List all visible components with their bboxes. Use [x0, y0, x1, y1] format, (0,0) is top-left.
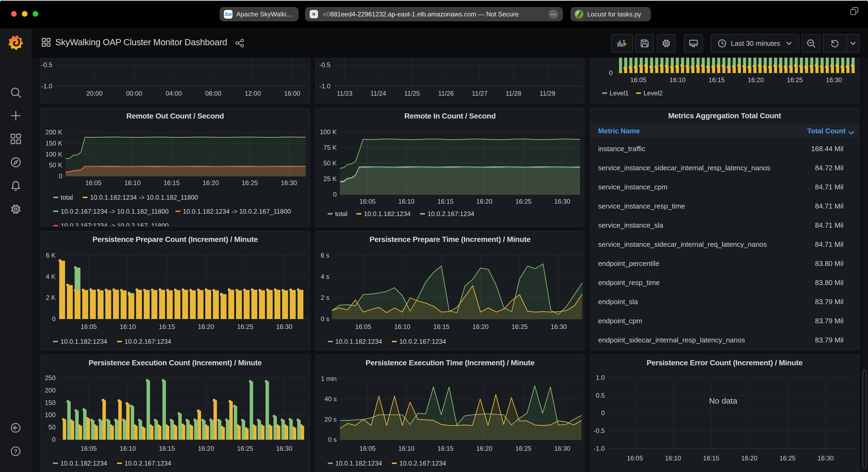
svg-text:service_instance_sidecar_inter: service_instance_sidecar_internal_req_la… [598, 240, 767, 248]
svg-text:0 s: 0 s [321, 315, 329, 323]
svg-text:16:10: 16:10 [124, 179, 141, 187]
svg-text:Persistence Execution Count (I: Persistence Execution Count (Increment) … [89, 359, 261, 367]
svg-text:-0.5: -0.5 [319, 61, 330, 68]
svg-text:10.0.2.167:1234: 10.0.2.167:1234 [399, 460, 446, 467]
svg-text:0: 0 [601, 409, 605, 416]
svg-text:0: 0 [52, 436, 56, 443]
svg-text:04:00: 04:00 [166, 90, 182, 97]
svg-text:-1.0: -1.0 [319, 82, 330, 90]
svg-text:16:05: 16:05 [359, 445, 375, 452]
svg-text:Level1: Level1 [610, 90, 629, 97]
svg-text:10.0.1.182:1234 -> 10.0.2.167_: 10.0.1.182:1234 -> 10.0.2.167_11800 [183, 208, 291, 215]
svg-text:16:05: 16:05 [630, 76, 647, 83]
svg-text:0: 0 [609, 69, 613, 76]
svg-text:16:30: 16:30 [281, 179, 297, 187]
svg-text:11/27: 11/27 [472, 90, 487, 97]
svg-text:Persistence Prepare Count (Inc: Persistence Prepare Count (Increment) / … [93, 235, 258, 243]
svg-text:16:25: 16:25 [237, 323, 253, 330]
svg-text:10.0.1.182:1234 -> 10.0.1.182_: 10.0.1.182:1234 -> 10.0.1.182_11800 [90, 194, 198, 201]
svg-text:16:20: 16:20 [203, 179, 219, 187]
svg-text:75 K: 75 K [323, 144, 337, 151]
svg-text:endpoint_percentile: endpoint_percentile [598, 260, 659, 268]
svg-text:83.79 Mil: 83.79 Mil [815, 336, 843, 344]
svg-text:12:00: 12:00 [245, 90, 261, 97]
svg-text:16:25: 16:25 [515, 198, 531, 205]
svg-text:84.72 Mil: 84.72 Mil [815, 164, 843, 172]
svg-text:250: 250 [45, 374, 56, 381]
svg-text:11/25: 11/25 [404, 90, 420, 97]
svg-text:0: 0 [52, 315, 56, 323]
svg-text:Level2: Level2 [644, 90, 663, 97]
svg-text:16:05: 16:05 [359, 198, 375, 205]
svg-text:Persistence Error Count (Incre: Persistence Error Count (Increment) / Mi… [647, 359, 803, 367]
svg-text:08:00: 08:00 [205, 90, 221, 97]
svg-text:83.80 Mil: 83.80 Mil [815, 278, 843, 286]
svg-text:16:30: 16:30 [551, 323, 567, 330]
svg-text:Remote In Count / Second: Remote In Count / Second [404, 112, 496, 120]
svg-text:83.79 Mil: 83.79 Mil [815, 317, 843, 325]
svg-text:16:20: 16:20 [472, 323, 489, 330]
svg-text:16:25: 16:25 [237, 445, 253, 452]
svg-text:16:20: 16:20 [198, 323, 214, 330]
svg-text:50: 50 [48, 424, 56, 431]
svg-text:00:00: 00:00 [126, 90, 142, 97]
svg-text:16:05: 16:05 [81, 445, 97, 452]
svg-text:service_instance_sla: service_instance_sla [598, 221, 663, 229]
svg-text:-1.0: -1.0 [594, 445, 605, 452]
svg-text:16:15: 16:15 [437, 198, 454, 205]
svg-text:16:15: 16:15 [703, 454, 719, 462]
svg-text:16:20: 16:20 [198, 445, 214, 452]
svg-text:10.0.1.182:1234: 10.0.1.182:1234 [335, 460, 382, 467]
svg-text:84.71 Mil: 84.71 Mil [815, 240, 843, 248]
svg-text:Total Count: Total Count [807, 127, 846, 135]
svg-text:4 s: 4 s [321, 273, 329, 280]
svg-text:16:10: 16:10 [670, 76, 686, 83]
svg-text:16:25: 16:25 [515, 445, 531, 452]
svg-text:instance_traffic: instance_traffic [598, 145, 645, 153]
svg-text:16:15: 16:15 [159, 445, 175, 452]
svg-text:2 s: 2 s [321, 294, 329, 301]
svg-text:16:15: 16:15 [163, 179, 180, 187]
svg-text:-1.0: -1.0 [41, 82, 52, 90]
svg-text:2 K: 2 K [46, 294, 56, 301]
svg-text:83.80 Mil: 83.80 Mil [815, 260, 843, 268]
svg-text:16:15: 16:15 [709, 76, 725, 83]
svg-text:endpoint_sidecar_internal_resp: endpoint_sidecar_internal_resp_latency_n… [598, 336, 745, 344]
svg-text:16:05: 16:05 [627, 454, 643, 462]
svg-text:endpoint_resp_time: endpoint_resp_time [598, 278, 660, 286]
svg-text:0: 0 [59, 172, 62, 180]
svg-text:total: total [335, 210, 347, 217]
svg-text:Persistence Execution Time (In: Persistence Execution Time (Increment) /… [366, 359, 534, 367]
svg-text:Remote Out Count / Second: Remote Out Count / Second [126, 112, 224, 120]
svg-text:200 K: 200 K [45, 129, 62, 136]
svg-text:84.71 Mil: 84.71 Mil [815, 202, 843, 210]
svg-text:16:15: 16:15 [437, 445, 454, 452]
svg-text:16:30: 16:30 [554, 198, 570, 205]
svg-text:10.0.2.167:1234: 10.0.2.167:1234 [428, 210, 474, 217]
svg-text:16:30: 16:30 [554, 445, 570, 452]
svg-text:1.0: 1.0 [596, 374, 605, 381]
svg-text:service_instance_resp_time: service_instance_resp_time [598, 202, 685, 210]
svg-text:10.0.1.182:1234: 10.0.1.182:1234 [60, 460, 107, 467]
svg-text:16:30: 16:30 [276, 445, 292, 452]
svg-text:Persistence Prepare Time (Incr: Persistence Prepare Time (Increment) / M… [369, 235, 530, 243]
svg-text:168.44 Mil: 168.44 Mil [811, 145, 843, 153]
svg-text:6 s: 6 s [321, 251, 329, 259]
svg-text:11/23: 11/23 [337, 90, 352, 97]
svg-text:?: ? [14, 448, 18, 455]
svg-text:10.0.2.167:1234: 10.0.2.167:1234 [124, 460, 171, 467]
svg-text:11/28: 11/28 [505, 90, 521, 97]
svg-text:No data: No data [709, 396, 738, 405]
svg-text:6 K: 6 K [46, 251, 56, 259]
svg-text:16:20: 16:20 [741, 454, 757, 462]
svg-text:100 K: 100 K [320, 128, 337, 136]
svg-text:10.0.1.182:1234: 10.0.1.182:1234 [364, 210, 410, 217]
svg-text:84.71 Mil: 84.71 Mil [815, 221, 843, 229]
svg-text:84.71 Mil: 84.71 Mil [815, 183, 843, 191]
svg-text:1 min: 1 min [321, 375, 337, 382]
svg-text:service_instance_sidecar_inter: service_instance_sidecar_internal_resp_l… [598, 164, 770, 172]
svg-text:16:15: 16:15 [159, 323, 175, 330]
svg-text:16:10: 16:10 [120, 323, 136, 330]
svg-text:150 K: 150 K [45, 140, 62, 147]
svg-text:16:30: 16:30 [276, 323, 292, 330]
